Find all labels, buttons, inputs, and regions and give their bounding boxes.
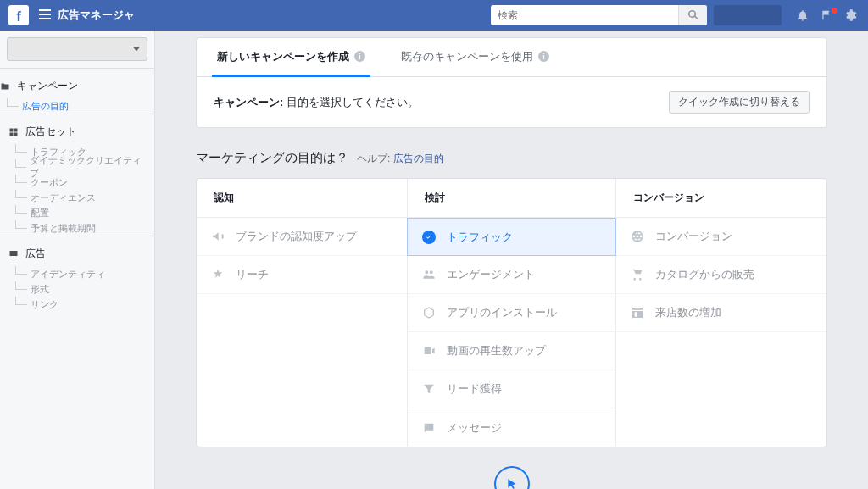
campaign-card: 新しいキャンペーンを作成i 既存のキャンペーンを使用i キャンペーン: 目的を選… [196, 37, 827, 128]
chat-icon [421, 421, 437, 435]
box-icon [421, 306, 437, 320]
col-header-conversion: コンバージョン [616, 179, 826, 218]
search-input[interactable] [491, 9, 678, 21]
store-icon [630, 306, 645, 320]
quick-create-button[interactable]: クイック作成に切り替える [669, 91, 810, 114]
people-icon [421, 268, 437, 281]
subtitle-text: 目的を選択してください。 [287, 95, 419, 110]
search-icon[interactable] [678, 5, 707, 25]
section-heading: マーケティングの目的は？ [196, 150, 348, 166]
account-selector[interactable] [714, 5, 782, 25]
objective-traffic[interactable]: トラフィック [407, 218, 617, 256]
objective-catalog-sales[interactable]: カタログからの販売 [616, 256, 826, 294]
objective-video-views[interactable]: 動画の再生数アップ [407, 332, 617, 370]
funnel-icon [421, 382, 437, 396]
objective-app-install[interactable]: アプリのインストール [407, 294, 617, 332]
sidebar-label: 広告セット [25, 125, 76, 139]
info-icon: i [354, 51, 365, 62]
subtitle-label: キャンペーン: [214, 95, 283, 110]
sidebar-item[interactable]: リンク [15, 297, 146, 312]
sidebar-label: 広告 [25, 247, 46, 261]
video-icon [421, 344, 437, 358]
sidebar: キャンペーン 広告の目的 広告セット トラフィック ダイナミック [0, 31, 155, 489]
tab-new-campaign[interactable]: 新しいキャンペーンを作成i [212, 38, 370, 77]
sidebar-label: キャンペーン [17, 79, 78, 93]
sidebar-item[interactable]: クーポン [15, 175, 146, 190]
sidebar-section-campaign[interactable]: キャンペーン [0, 79, 146, 93]
sidebar-section-ad[interactable]: 広告 [8, 247, 146, 261]
objective-brand-awareness[interactable]: ブランドの認知度アップ [197, 218, 407, 256]
sidebar-item[interactable]: アイデンティティ [15, 266, 146, 281]
sidebar-item[interactable]: 予算と掲載期間 [15, 220, 146, 236]
sidebar-item[interactable]: オーディエンス [15, 190, 146, 205]
col-header-awareness: 認知 [197, 179, 407, 218]
search-box[interactable] [491, 5, 707, 25]
objective-engagement[interactable]: エンゲージメント [407, 256, 617, 294]
sidebar-item[interactable]: 配置 [15, 205, 146, 220]
objective-lead-gen[interactable]: リード獲得 [407, 370, 617, 408]
col-header-consideration: 検討 [407, 179, 617, 218]
account-dropdown[interactable] [7, 37, 147, 61]
info-icon: i [538, 51, 549, 62]
grid-icon [8, 127, 20, 137]
objective-messages[interactable]: メッセージ [407, 408, 617, 447]
cart-icon [630, 268, 645, 281]
globe-icon [630, 230, 645, 243]
folder-icon [0, 81, 12, 92]
reach-icon [210, 268, 225, 281]
gear-icon[interactable] [841, 8, 860, 22]
top-bar: f 広告マネージャ [0, 0, 868, 31]
sidebar-item[interactable]: ダイナミッククリエイティブ [15, 159, 146, 175]
tab-existing-campaign[interactable]: 既存のキャンペーンを使用i [396, 38, 554, 77]
notification-dot [832, 8, 837, 14]
bell-icon[interactable] [793, 8, 812, 22]
objective-conversion[interactable]: コンバージョン [616, 218, 826, 256]
objective-store-visits[interactable]: 来店数の増加 [616, 294, 826, 332]
main-content: 新しいキャンペーンを作成i 既存のキャンペーンを使用i キャンペーン: 目的を選… [155, 31, 868, 489]
cursor-indicator [494, 466, 530, 489]
app-title: 広告マネージャ [58, 8, 135, 23]
monitor-icon [8, 249, 20, 259]
objective-reach[interactable]: リーチ [197, 256, 407, 294]
megaphone-icon [210, 230, 225, 243]
facebook-logo[interactable]: f [8, 5, 29, 25]
sidebar-section-adset[interactable]: 広告セット [8, 125, 146, 139]
menu-icon[interactable] [39, 9, 51, 22]
help-prefix: ヘルプ: [357, 153, 390, 164]
check-icon [421, 231, 437, 244]
tab-row: 新しいキャンペーンを作成i 既存のキャンペーンを使用i [197, 38, 826, 77]
sidebar-item[interactable]: 形式 [15, 281, 146, 297]
objectives-card: 認知 検討 コンバージョン ブランドの認知度アップ トラフィック コンバージ [196, 178, 827, 447]
help-link[interactable]: 広告の目的 [393, 153, 444, 164]
flag-icon[interactable] [817, 9, 836, 21]
sidebar-item-objective[interactable]: 広告の目的 [7, 98, 146, 114]
